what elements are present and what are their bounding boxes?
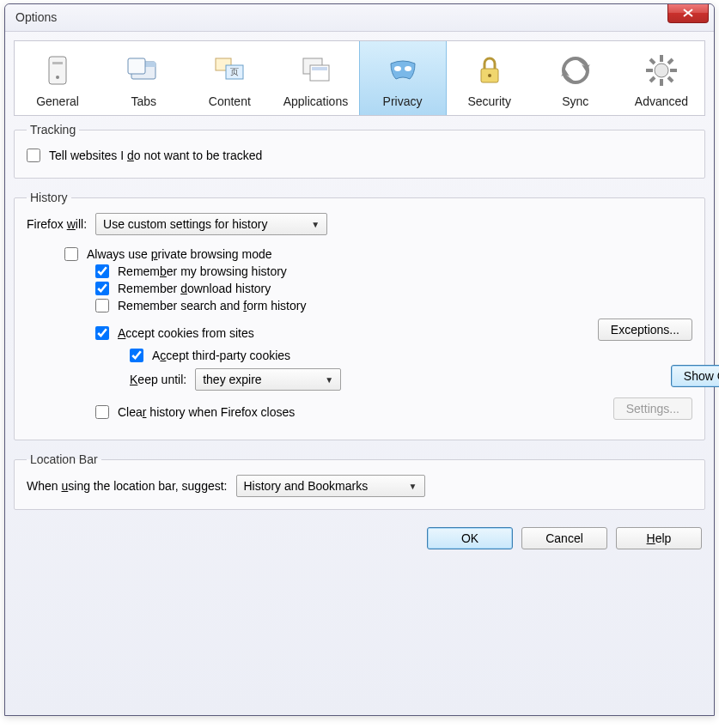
tab-sync[interactable]: Sync (533, 41, 618, 115)
category-toolbar: General Tabs 页 Content (14, 40, 705, 116)
tab-label: Content (190, 94, 269, 108)
cancel-button[interactable]: Cancel (521, 527, 607, 549)
svg-point-17 (655, 64, 668, 77)
chevron-down-icon: ▼ (409, 482, 417, 491)
tab-label: Security (450, 94, 529, 108)
remember-browsing-label: Remember my browsing history (118, 264, 287, 278)
tab-tabs[interactable]: Tabs (101, 41, 186, 115)
location-bar-combo[interactable]: History and Bookmarks ▼ (236, 475, 425, 497)
history-group: History Firefox will: Use custom setting… (14, 191, 705, 440)
tab-privacy[interactable]: Privacy (359, 41, 447, 115)
remember-search-form-checkbox[interactable] (95, 299, 109, 312)
svg-point-13 (405, 66, 411, 71)
tell-websites-label: Tell websites I do not want to be tracke… (49, 149, 262, 162)
privacy-mask-icon (382, 50, 423, 91)
tab-label: Advanced (622, 94, 701, 108)
tab-applications[interactable]: Applications (272, 41, 358, 115)
remember-browsing-checkbox[interactable] (95, 264, 109, 278)
settings-button: Settings... (613, 397, 692, 420)
accept-third-party-label: Accept third-party cookies (152, 349, 290, 362)
svg-line-25 (650, 77, 655, 82)
clear-on-close-label: Clear history when Firefox closes (118, 405, 295, 419)
always-private-checkbox[interactable] (64, 247, 78, 261)
tracking-legend: Tracking (27, 123, 79, 136)
security-lock-icon (469, 50, 510, 91)
show-cookies-button[interactable]: Show Cookies... (671, 365, 719, 387)
tab-general[interactable]: General (15, 41, 101, 115)
svg-rect-11 (312, 67, 327, 70)
tell-websites-checkbox[interactable] (27, 149, 40, 162)
accept-third-party-checkbox[interactable] (130, 349, 143, 362)
ok-button[interactable]: OK (427, 527, 513, 549)
svg-rect-1 (52, 62, 63, 64)
remember-browsing-row[interactable]: Remember my browsing history (95, 264, 692, 278)
firefox-will-label: Firefox will: (27, 217, 87, 231)
always-private-label: Always use private browsing mode (87, 247, 272, 261)
svg-line-23 (668, 77, 673, 82)
dialog-buttons: OK Cancel Help (14, 522, 705, 549)
firefox-will-combo[interactable]: Use custom settings for history ▼ (95, 213, 327, 235)
tab-content[interactable]: 页 Content (186, 41, 272, 115)
general-icon (37, 50, 78, 91)
accept-cookies-checkbox[interactable] (95, 326, 109, 340)
tabs-icon (123, 50, 164, 91)
tab-label: Sync (536, 94, 615, 108)
remember-download-checkbox[interactable] (95, 282, 109, 295)
history-legend: History (27, 191, 71, 204)
advanced-gear-icon (641, 50, 682, 91)
help-button[interactable]: Help (616, 527, 702, 549)
location-bar-group: Location Bar When using the location bar… (14, 452, 705, 510)
svg-rect-0 (49, 57, 66, 84)
location-bar-legend: Location Bar (27, 452, 101, 466)
tab-label: General (18, 94, 97, 108)
svg-point-2 (56, 76, 59, 79)
exceptions-button[interactable]: Exceptions... (598, 318, 692, 341)
accept-third-party-row[interactable]: Accept third-party cookies (130, 349, 692, 362)
keep-until-value: they expire (203, 373, 261, 386)
tracking-group: Tracking Tell websites I do not want to … (14, 123, 705, 179)
sync-icon (555, 50, 596, 91)
svg-line-22 (650, 59, 655, 64)
chevron-down-icon: ▼ (325, 375, 333, 385)
tab-advanced[interactable]: Advanced (618, 41, 704, 115)
tab-label: Tabs (104, 94, 183, 108)
remember-download-label: Remember download history (118, 282, 271, 295)
svg-text:页: 页 (230, 67, 239, 76)
svg-point-15 (488, 74, 491, 77)
titlebar[interactable]: Options (5, 4, 714, 32)
clear-on-close-checkbox[interactable] (95, 405, 109, 419)
remember-download-row[interactable]: Remember download history (95, 282, 692, 295)
location-bar-label: When using the location bar, suggest: (27, 479, 228, 493)
keep-until-combo[interactable]: they expire ▼ (195, 368, 341, 391)
dialog-content: General Tabs 页 Content (5, 32, 714, 561)
tab-label: Privacy (363, 94, 442, 108)
location-bar-value: History and Bookmarks (244, 479, 369, 493)
firefox-will-value: Use custom settings for history (103, 217, 267, 231)
always-private-row[interactable]: Always use private browsing mode (64, 247, 692, 261)
tab-security[interactable]: Security (447, 41, 533, 115)
options-dialog: Options General (4, 3, 715, 716)
remember-search-form-label: Remember search and form history (118, 299, 306, 312)
svg-point-12 (394, 66, 401, 71)
tell-websites-checkbox-row[interactable]: Tell websites I do not want to be tracke… (27, 149, 692, 162)
window-title: Options (15, 10, 57, 24)
svg-rect-5 (128, 58, 145, 74)
chevron-down-icon: ▼ (311, 220, 320, 229)
accept-cookies-label: Accept cookies from sites (118, 326, 254, 340)
remember-search-form-row[interactable]: Remember search and form history (95, 299, 692, 312)
content-icon: 页 (209, 50, 250, 91)
svg-line-24 (668, 59, 673, 64)
keep-until-label: Keep until: (130, 373, 186, 386)
close-button[interactable] (667, 4, 709, 23)
tab-label: Applications (276, 94, 355, 108)
applications-icon (295, 50, 336, 91)
